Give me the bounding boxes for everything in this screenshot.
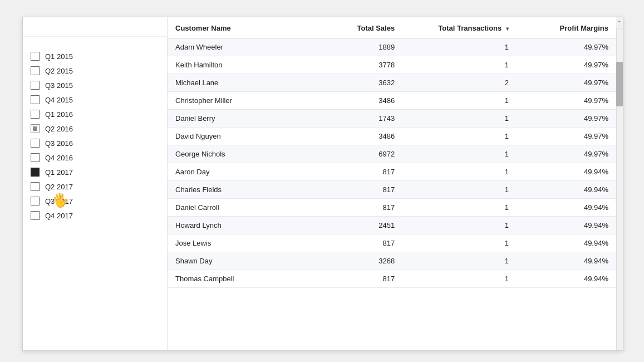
table-row: Keith Hamilton3778149.97%	[168, 56, 616, 74]
cell-customer-name: Daniel Berry	[168, 110, 310, 128]
cell-customer-name: Michael Lane	[168, 74, 310, 92]
checkbox-q4-2017[interactable]	[31, 211, 40, 220]
filter-item-q1-2016[interactable]: Q1 2016	[23, 107, 167, 121]
table-row: Daniel Berry1743149.97%	[168, 110, 616, 128]
table-wrapper: Customer Name Total Sales Total Transact…	[168, 17, 623, 350]
checkbox-q3-2016[interactable]	[31, 139, 40, 148]
col-header-sales[interactable]: Total Sales	[310, 17, 402, 38]
cell-customer-name: Daniel Carroll	[168, 199, 310, 217]
col-header-profit[interactable]: Profit Margins	[517, 17, 616, 38]
cell-total-sales: 3486	[310, 92, 402, 110]
cell-customer-name: Adam Wheeler	[168, 38, 310, 56]
table-row: Shawn Day3268149.94%	[168, 252, 616, 270]
cell-total-sales: 817	[310, 181, 402, 199]
filter-item-label-q4-2017: Q4 2017	[45, 212, 73, 220]
filter-items: Q1 2015Q2 2015Q3 2015Q4 2015Q1 2016Q2 20…	[23, 47, 167, 350]
col-header-transactions[interactable]: Total Transactions ▾	[402, 17, 517, 38]
cell-total-sales: 6972	[310, 145, 402, 163]
filter-item-label-q1-2015: Q1 2015	[45, 52, 73, 61]
filter-header	[23, 37, 167, 47]
cell-customer-name: David Nguyen	[168, 128, 310, 145]
checkbox-q3-2015[interactable]	[31, 81, 40, 90]
col-header-customer[interactable]: Customer Name	[168, 17, 310, 38]
scrollbar-track: ⌃	[616, 17, 623, 350]
main-container: Q1 2015Q2 2015Q3 2015Q4 2015Q1 2016Q2 20…	[22, 17, 623, 351]
cell-customer-name: Howard Lynch	[168, 217, 310, 234]
table-row: Jose Lewis817149.94%	[168, 234, 616, 252]
scrollbar-thumb[interactable]	[616, 62, 623, 106]
cell-customer-name: Charles Fields	[168, 181, 310, 199]
filter-item-q3-2017[interactable]: Q3 2017	[23, 194, 167, 208]
filter-item-label-q1-2016: Q1 2016	[45, 110, 73, 119]
cell-total-sales: 1743	[310, 110, 402, 128]
cell-total-sales: 3268	[310, 252, 402, 270]
cell-profit-margins: 49.94%	[517, 270, 616, 288]
table-row: Howard Lynch2451149.94%	[168, 217, 616, 234]
checkbox-q2-2015[interactable]	[31, 66, 40, 75]
table-row: Aaron Day817149.94%	[168, 163, 616, 181]
cell-total-transactions: 1	[402, 270, 517, 288]
filter-item-label-q3-2016: Q3 2016	[45, 139, 73, 148]
table-row: Adam Wheeler1889149.97%	[168, 38, 616, 56]
filter-toolbar	[23, 17, 167, 37]
cell-total-sales: 817	[310, 270, 402, 288]
cell-customer-name: Christopher Miller	[168, 92, 310, 110]
cell-profit-margins: 49.97%	[517, 110, 616, 128]
cell-total-sales: 3778	[310, 56, 402, 74]
filter-item-q2-2017[interactable]: Q2 2017	[23, 179, 167, 194]
filter-item-q1-2015[interactable]: Q1 2015	[23, 49, 167, 63]
checkbox-q1-2016[interactable]	[31, 110, 40, 119]
cell-profit-margins: 49.94%	[517, 199, 616, 217]
filter-item-q2-2016[interactable]: Q2 2016	[23, 121, 167, 136]
filter-item-q4-2016[interactable]: Q4 2016	[23, 150, 167, 165]
cell-profit-margins: 49.97%	[517, 38, 616, 56]
cell-total-transactions: 1	[402, 38, 517, 56]
table-header: Customer Name Total Sales Total Transact…	[168, 17, 616, 38]
cell-profit-margins: 49.94%	[517, 181, 616, 199]
table-row: Charles Fields817149.94%	[168, 181, 616, 199]
checkbox-q3-2017[interactable]	[31, 197, 40, 206]
checkbox-q2-2017[interactable]	[31, 182, 40, 191]
cell-total-transactions: 2	[402, 74, 517, 92]
cell-customer-name: Shawn Day	[168, 252, 310, 270]
table-row: Thomas Campbell817149.94%	[168, 270, 616, 288]
filter-item-label-q2-2015: Q2 2015	[45, 67, 73, 75]
table-panel: Customer Name Total Sales Total Transact…	[168, 17, 623, 350]
cell-total-transactions: 1	[402, 217, 517, 234]
table-row: Christopher Miller3486149.97%	[168, 92, 616, 110]
cell-total-sales: 1889	[310, 38, 402, 56]
filter-item-q4-2017[interactable]: Q4 2017	[23, 208, 167, 223]
cell-total-transactions: 1	[402, 199, 517, 217]
filter-item-label-q2-2016: Q2 2016	[45, 125, 73, 133]
data-table: Customer Name Total Sales Total Transact…	[168, 17, 616, 288]
cell-profit-margins: 49.97%	[517, 56, 616, 74]
cell-customer-name: Thomas Campbell	[168, 270, 310, 288]
table-row: Michael Lane3632249.97%	[168, 74, 616, 92]
window-icon[interactable]	[134, 23, 145, 32]
cell-total-sales: 817	[310, 234, 402, 252]
filter-panel: Q1 2015Q2 2015Q3 2015Q4 2015Q1 2016Q2 20…	[23, 17, 168, 350]
table-body: Adam Wheeler1889149.97%Keith Hamilton377…	[168, 38, 616, 288]
filter-item-q3-2016[interactable]: Q3 2016	[23, 136, 167, 150]
cell-customer-name: Jose Lewis	[168, 234, 310, 252]
cell-profit-margins: 49.97%	[517, 145, 616, 163]
checkbox-q1-2017[interactable]	[31, 168, 40, 177]
cell-total-sales: 3486	[310, 128, 402, 145]
filter-item-q1-2017[interactable]: Q1 2017	[23, 165, 167, 179]
checkbox-q4-2015[interactable]	[31, 95, 40, 104]
filter-item-q4-2015[interactable]: Q4 2015	[23, 92, 167, 107]
filter-item-q2-2015[interactable]: Q2 2015	[23, 63, 167, 78]
cell-total-sales: 817	[310, 199, 402, 217]
cell-total-sales: 2451	[310, 217, 402, 234]
more-icon[interactable]	[149, 23, 160, 32]
hamburger-icon[interactable]	[118, 23, 129, 32]
filter-item-q3-2015[interactable]: Q3 2015	[23, 78, 167, 92]
table-row: Daniel Carroll817149.94%	[168, 199, 616, 217]
checkbox-q1-2015[interactable]	[31, 52, 40, 61]
cell-total-transactions: 1	[402, 56, 517, 74]
cell-customer-name: Keith Hamilton	[168, 56, 310, 74]
scrollbar-up-button[interactable]: ⌃	[616, 17, 623, 28]
checkbox-q4-2016[interactable]	[31, 153, 40, 162]
filter-item-label-q1-2017: Q1 2017	[45, 168, 73, 177]
checkbox-q2-2016[interactable]	[31, 124, 40, 133]
